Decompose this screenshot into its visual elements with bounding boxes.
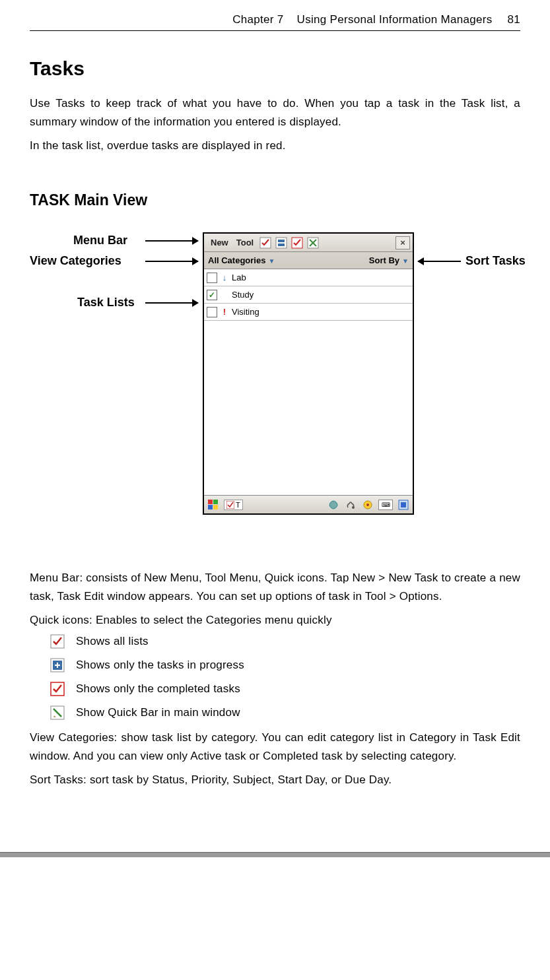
quick-icon-row: Shows all lists <box>50 634 520 649</box>
quick-icon-row: Shows only the completed tasks <box>50 681 520 697</box>
show-completed-icon <box>50 681 65 697</box>
callout-sort-tasks: Sort Tasks <box>465 254 526 268</box>
checkbox-icon[interactable] <box>207 307 217 317</box>
sort-tasks-description: Sort Tasks: sort task by Status, Priorit… <box>30 771 520 789</box>
pda-menubar: New Tool × <box>204 234 413 252</box>
arrow-icon <box>145 261 198 262</box>
keyboard-icon[interactable]: ⌨ <box>378 500 393 510</box>
tray-icon[interactable] <box>397 498 410 511</box>
task-row[interactable]: ! Visiting <box>204 304 413 321</box>
chapter-label: Chapter 7 <box>232 13 283 26</box>
categories-dropdown[interactable]: All Categories▼ <box>208 255 275 265</box>
intro-paragraph-1: Use Tasks to keep track of what you have… <box>30 94 520 131</box>
priority-high-icon: ! <box>221 307 228 317</box>
svg-rect-9 <box>226 501 234 509</box>
pda-taskbar: T ⌨ <box>204 495 413 513</box>
chapter-title: Using Personal Information Managers <box>297 13 493 26</box>
task-row[interactable]: ✓ Study <box>204 286 413 304</box>
menu-tool[interactable]: Tool <box>232 236 258 249</box>
close-button[interactable]: × <box>395 236 410 249</box>
callout-view-categories: View Categories <box>30 254 121 268</box>
checkbox-icon[interactable] <box>207 273 217 283</box>
tray-icon[interactable] <box>344 498 357 511</box>
show-progress-icon[interactable] <box>275 236 288 249</box>
intro-paragraph-2: In the task list, overdue tasks are disp… <box>30 137 520 155</box>
sort-dropdown[interactable]: Sort By▼ <box>369 255 409 265</box>
svg-rect-5 <box>208 500 213 504</box>
quick-icons-intro: Quick icons: Enables to select the Categ… <box>30 611 520 630</box>
show-completed-icon[interactable] <box>291 236 304 249</box>
svg-rect-6 <box>213 500 218 504</box>
checkbox-checked-icon[interactable]: ✓ <box>207 290 217 300</box>
pda-screenshot: New Tool × All Categories▼ Sort By▼ <box>203 232 414 515</box>
page-footer-bar <box>0 852 550 857</box>
quick-icon-row: Shows only the tasks in progress <box>50 657 520 673</box>
quick-icon-label: Show Quick Bar in main window <box>76 706 240 719</box>
show-in-progress-icon <box>50 657 65 673</box>
show-quick-bar-icon <box>50 705 65 721</box>
tray-icon[interactable] <box>327 498 340 511</box>
callout-task-lists: Task Lists <box>77 296 135 310</box>
task-label: Lab <box>232 273 246 282</box>
task-label: Visiting <box>232 307 259 317</box>
svg-rect-8 <box>213 505 218 509</box>
tray-icon[interactable] <box>361 498 374 511</box>
arrow-icon <box>418 261 461 262</box>
quick-icons-list: Shows all lists Shows only the tasks in … <box>50 634 520 721</box>
task-row[interactable]: ↓ Lab <box>204 269 413 286</box>
svg-rect-14 <box>401 502 406 507</box>
section-title: Tasks <box>30 57 520 80</box>
svg-point-10 <box>352 506 355 509</box>
task-label: Study <box>232 290 254 300</box>
menu-bar-description: Menu Bar: consists of New Menu, Tool Men… <box>30 569 520 606</box>
quick-icon-row: Show Quick Bar in main window <box>50 705 520 721</box>
show-all-icon[interactable] <box>259 236 272 249</box>
menu-new[interactable]: New <box>207 236 232 249</box>
category-bar: All Categories▼ Sort By▼ <box>204 252 413 269</box>
quick-icon-label: Shows only the completed tasks <box>76 682 240 696</box>
quick-icon-label: Shows only the tasks in progress <box>76 659 244 672</box>
quick-bar-icon[interactable] <box>306 236 320 249</box>
view-categories-description: View Categories: show task list by categ… <box>30 729 520 766</box>
arrow-icon <box>145 240 198 242</box>
page-header: Chapter 7 Using Personal Information Man… <box>30 13 520 31</box>
svg-point-12 <box>366 504 369 506</box>
callout-menu-bar: Menu Bar <box>73 234 127 247</box>
quick-icon-label: Shows all lists <box>76 635 149 648</box>
page-number: 81 <box>507 13 520 26</box>
show-all-lists-icon <box>50 634 65 649</box>
task-list: ↓ Lab ✓ Study ! Visiting <box>204 269 413 321</box>
start-flag-icon[interactable] <box>207 498 220 511</box>
taskbar-tasks-button[interactable]: T <box>224 500 243 510</box>
arrow-icon <box>145 302 198 304</box>
svg-rect-7 <box>208 505 213 509</box>
subsection-title: TASK Main View <box>30 191 520 209</box>
priority-low-icon: ↓ <box>221 273 228 282</box>
task-view-diagram: Menu Bar View Categories Task Lists Sort… <box>30 232 520 542</box>
